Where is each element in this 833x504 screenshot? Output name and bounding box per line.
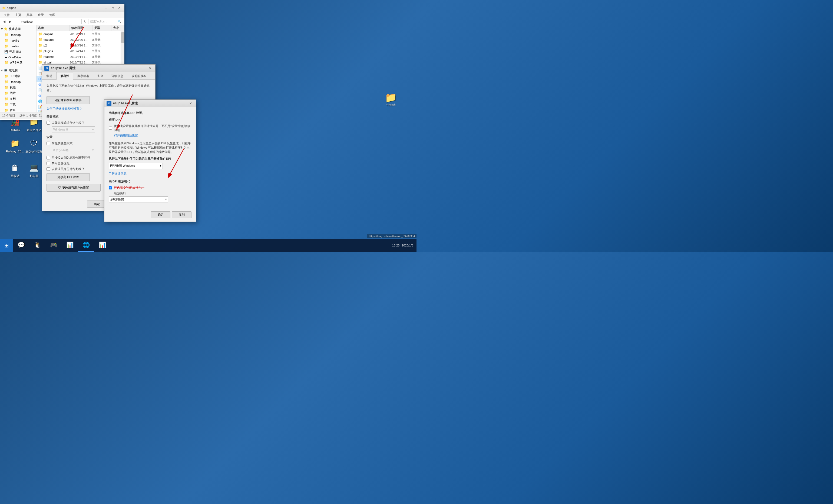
col-header-size[interactable]: 大小: [112, 25, 124, 31]
sidebar-item-3d[interactable]: 📁 3D 对象: [0, 73, 36, 79]
refresh-button[interactable]: ↻: [82, 19, 88, 25]
minimize-button[interactable]: ─: [103, 6, 109, 10]
sidebar-thispc-header[interactable]: ▾ 💻 此电脑: [0, 68, 36, 73]
compat-mode-checkbox[interactable]: [47, 121, 50, 125]
computer-icon: 💻: [28, 162, 39, 173]
file-list-header: 名称 修改日期 类型 大小: [37, 25, 124, 31]
list-item[interactable]: 📁plugins 2019/4/14 14:19 文件夹: [37, 48, 121, 54]
dpi-settings-button[interactable]: 更改高 DPI 设置: [47, 173, 90, 181]
ok-button[interactable]: 确定: [87, 201, 106, 207]
desktop-icon-railway25[interactable]: 📁 Railway_25...: [4, 138, 26, 153]
compat-mode-select[interactable]: Windows 8 ▾: [52, 126, 95, 132]
ribbon-tabs: 文件 主页 共享 查看 管理: [0, 12, 124, 18]
taskbar-item-qq[interactable]: 🐧: [29, 239, 45, 252]
desktop-icon-thispc[interactable]: 💻 此电脑: [23, 162, 45, 178]
tab-general[interactable]: 常规: [42, 72, 56, 80]
maximize-button[interactable]: □: [110, 6, 116, 10]
highdpi-checkbox[interactable]: [109, 186, 112, 190]
tab-security[interactable]: 安全: [93, 72, 108, 80]
sidebar-item-maxfile2[interactable]: 📁 maxfile: [0, 43, 36, 49]
taskbar-date: 2020/1/8: [402, 244, 413, 247]
taskbar-item-upload1[interactable]: 📊: [62, 239, 78, 252]
sidebar-quickaccess-header[interactable]: ▾ ⭐ 快速访问: [0, 26, 36, 32]
color-mode-select[interactable]: 8 位(256)色 ▾: [52, 147, 95, 153]
sidebar-item-desktop[interactable]: 📁 Desktop: [0, 32, 36, 37]
folder-icon: 📁: [38, 32, 43, 36]
scaling-select[interactable]: 系统(增强) ▾: [109, 197, 168, 202]
up-button[interactable]: ↑: [13, 19, 19, 25]
address-path[interactable]: > eclipse: [19, 19, 82, 24]
taskbar: ⊞ 💬 🐧 🎮 📊 🌐 📊 13:25 2020/1/8: [0, 239, 416, 252]
chevron-icon: ▾: [1, 27, 3, 31]
details-link[interactable]: 了解详细信息: [109, 172, 191, 176]
folder-icon: 📁: [4, 39, 9, 43]
col-header-type[interactable]: 类型: [93, 25, 112, 31]
dpi-cancel-button[interactable]: 取消: [172, 211, 191, 218]
color-mode-checkbox[interactable]: [47, 142, 50, 145]
forward-button[interactable]: ▶: [7, 19, 13, 25]
back-button[interactable]: ◀: [1, 19, 7, 25]
sidebar-item-desktop2[interactable]: 📁 Desktop: [0, 79, 36, 84]
list-item[interactable]: 📁features 2019/3/26 11:59 文件夹: [37, 37, 121, 43]
sidebar-item-pictures[interactable]: 📁 图片: [0, 90, 36, 96]
dpi-dialog-icon: ⚙: [106, 101, 112, 106]
tab-file[interactable]: 文件: [1, 12, 13, 18]
close-button[interactable]: ✕: [116, 6, 122, 10]
list-item[interactable]: 📁p2 2019/3/26 12:00 文件夹: [37, 43, 121, 48]
dialog-titlebar: ⚙ eclipse.exe 属性 ✕: [42, 65, 155, 72]
list-item[interactable]: 📁readme 2019/4/14 14:19 文件夹: [37, 54, 121, 59]
ini-icon: 📄: [38, 89, 42, 92]
desktop-icon-recycle[interactable]: 🗑 回收站: [4, 162, 26, 178]
explorer-icon: 🌐: [82, 242, 90, 249]
taskbar-item-wechat[interactable]: 💬: [13, 239, 29, 252]
taskbar-item-excel[interactable]: 📊: [94, 239, 110, 252]
sidebar-item-music[interactable]: 📁 音乐: [0, 107, 36, 112]
tab-view[interactable]: 查看: [35, 12, 47, 18]
dialog-close-button[interactable]: ✕: [147, 66, 153, 71]
tab-home[interactable]: 主页: [13, 12, 24, 18]
sidebar-item-video[interactable]: 📁 视频: [0, 84, 36, 90]
advanced-scaling-link[interactable]: 打开高级缩放设置: [114, 133, 191, 137]
search-box[interactable]: 搜索"eclips... 🔍: [88, 19, 123, 24]
sidebar-item-wps[interactable]: 📁 WPS网盘: [0, 60, 36, 66]
dpi-dialog-close-button[interactable]: ✕: [188, 101, 194, 106]
sidebar-item-maxfile1[interactable]: 📁 maxfile: [0, 37, 36, 43]
taskbar-item-explorer[interactable]: 🌐: [78, 239, 94, 252]
sidebar-item-onedrive[interactable]: ☁ OneDrive: [0, 55, 36, 60]
sidebar-item-documents[interactable]: 📁 文档: [0, 96, 36, 102]
corner-folder[interactable]: 📁 十数库库: [381, 92, 400, 107]
troubleshoot-button[interactable]: 运行兼容性疑难解答: [47, 96, 90, 104]
tab-manage[interactable]: 管理: [47, 12, 58, 18]
program-dpi-checkbox[interactable]: [109, 126, 112, 130]
col-header-name[interactable]: 名称: [37, 25, 70, 31]
tab-details[interactable]: 详细信息: [108, 72, 127, 80]
resolution-checkbox[interactable]: [47, 156, 50, 159]
dpi-ok-button[interactable]: 确定: [151, 211, 170, 218]
qq-icon: 🐧: [34, 242, 41, 249]
override-select[interactable]: 已登录到 Windows ▾: [109, 163, 163, 169]
tab-compatibility[interactable]: 兼容性: [56, 72, 73, 80]
folder-icon: 📁: [38, 49, 43, 53]
folder-icon: 📁: [4, 102, 9, 106]
sidebar-item-downloads[interactable]: 📁 下载: [0, 102, 36, 107]
list-item[interactable]: 📁dropins 2015/2/19 16:31 文件夹: [37, 31, 121, 37]
taskbar-item-unity[interactable]: 🎮: [45, 239, 62, 252]
scrollbar-thumb[interactable]: [121, 32, 124, 43]
start-button[interactable]: ⊞: [0, 239, 13, 252]
sidebar-item-drive-h[interactable]: 💾 开发 (H:): [0, 49, 36, 55]
fullscreen-checkbox[interactable]: [47, 161, 50, 165]
admin-checkbox[interactable]: [47, 167, 50, 171]
scaling-dropdown[interactable]: 系统(增强) ▾: [109, 197, 191, 202]
exe-icon: ⚙: [38, 94, 41, 98]
desktop-icon-360[interactable]: 🛡 360软件管家: [23, 138, 45, 154]
override-dropdown[interactable]: 已登录到 Windows ▾: [109, 163, 191, 169]
tab-previous-versions[interactable]: 以前的版本: [127, 72, 150, 80]
tab-bar: 常规 兼容性 数字签名 安全 详细信息 以前的版本: [42, 72, 155, 80]
tab-digital-signature[interactable]: 数字签名: [73, 72, 93, 80]
exe-icon: ⚙: [38, 83, 41, 87]
tab-share[interactable]: 共享: [24, 12, 35, 18]
folder-icon: 📁: [4, 33, 9, 37]
wechat-icon: 💬: [18, 242, 25, 249]
all-users-button[interactable]: 🛡 更改所有用户的设置: [47, 184, 101, 192]
col-header-date[interactable]: 修改日期: [70, 25, 93, 31]
